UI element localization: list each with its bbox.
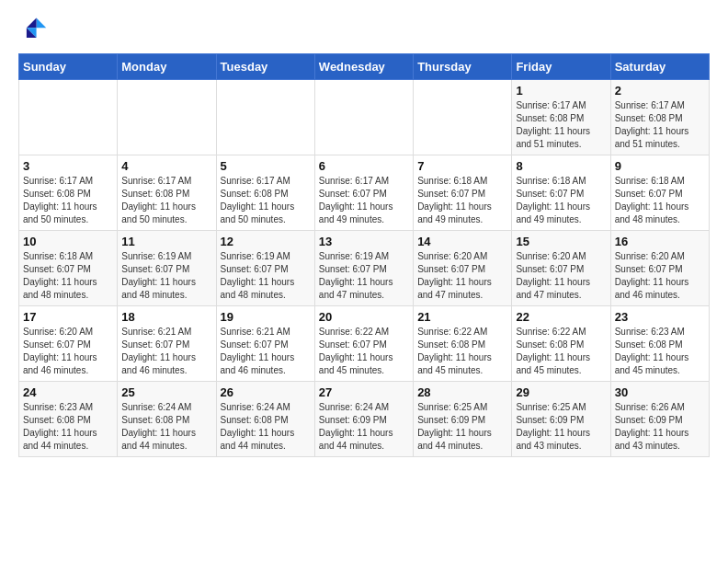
week-row-3: 17Sunrise: 6:20 AM Sunset: 6:07 PM Dayli… bbox=[19, 306, 710, 382]
calendar-cell: 17Sunrise: 6:20 AM Sunset: 6:07 PM Dayli… bbox=[19, 306, 118, 382]
day-info: Sunrise: 6:17 AM Sunset: 6:08 PM Dayligh… bbox=[121, 175, 211, 226]
week-row-1: 3Sunrise: 6:17 AM Sunset: 6:08 PM Daylig… bbox=[19, 155, 710, 231]
weekday-header-friday: Friday bbox=[512, 54, 610, 80]
calendar-cell: 7Sunrise: 6:18 AM Sunset: 6:07 PM Daylig… bbox=[414, 155, 512, 231]
day-info: Sunrise: 6:23 AM Sunset: 6:08 PM Dayligh… bbox=[23, 401, 113, 453]
day-number: 20 bbox=[319, 310, 409, 324]
day-number: 30 bbox=[615, 385, 705, 399]
day-number: 4 bbox=[121, 159, 211, 173]
day-number: 11 bbox=[121, 235, 211, 248]
day-info: Sunrise: 6:20 AM Sunset: 6:07 PM Dayligh… bbox=[516, 250, 606, 302]
day-number: 7 bbox=[417, 159, 507, 173]
logo-icon bbox=[18, 15, 48, 44]
day-info: Sunrise: 6:20 AM Sunset: 6:07 PM Dayligh… bbox=[23, 326, 113, 377]
calendar-cell: 2Sunrise: 6:17 AM Sunset: 6:08 PM Daylig… bbox=[610, 80, 709, 155]
calendar-cell bbox=[19, 80, 118, 155]
day-number: 13 bbox=[319, 235, 409, 248]
svg-marker-2 bbox=[27, 18, 37, 29]
calendar-cell: 21Sunrise: 6:22 AM Sunset: 6:08 PM Dayli… bbox=[414, 306, 512, 382]
day-number: 9 bbox=[615, 159, 705, 173]
calendar-cell bbox=[118, 80, 216, 155]
day-info: Sunrise: 6:17 AM Sunset: 6:07 PM Dayligh… bbox=[319, 175, 409, 226]
day-number: 29 bbox=[516, 385, 606, 399]
day-info: Sunrise: 6:18 AM Sunset: 6:07 PM Dayligh… bbox=[516, 175, 606, 226]
calendar-cell: 14Sunrise: 6:20 AM Sunset: 6:07 PM Dayli… bbox=[414, 231, 512, 306]
calendar-cell: 22Sunrise: 6:22 AM Sunset: 6:08 PM Dayli… bbox=[512, 306, 610, 382]
day-info: Sunrise: 6:24 AM Sunset: 6:08 PM Dayligh… bbox=[121, 401, 211, 453]
calendar-cell: 18Sunrise: 6:21 AM Sunset: 6:07 PM Dayli… bbox=[118, 306, 216, 382]
weekday-header-tuesday: Tuesday bbox=[216, 54, 314, 80]
calendar-cell: 29Sunrise: 6:25 AM Sunset: 6:09 PM Dayli… bbox=[512, 382, 610, 457]
day-number: 10 bbox=[23, 235, 113, 248]
day-info: Sunrise: 6:22 AM Sunset: 6:07 PM Dayligh… bbox=[319, 326, 409, 377]
day-number: 18 bbox=[121, 310, 211, 324]
day-info: Sunrise: 6:17 AM Sunset: 6:08 PM Dayligh… bbox=[516, 99, 606, 151]
week-row-0: 1Sunrise: 6:17 AM Sunset: 6:08 PM Daylig… bbox=[19, 80, 710, 155]
day-number: 5 bbox=[221, 159, 311, 173]
day-info: Sunrise: 6:18 AM Sunset: 6:07 PM Dayligh… bbox=[417, 175, 507, 226]
calendar-cell: 5Sunrise: 6:17 AM Sunset: 6:08 PM Daylig… bbox=[216, 155, 314, 231]
week-row-2: 10Sunrise: 6:18 AM Sunset: 6:07 PM Dayli… bbox=[19, 231, 710, 306]
day-number: 25 bbox=[121, 385, 211, 399]
day-number: 14 bbox=[417, 235, 507, 248]
weekday-header-row: SundayMondayTuesdayWednesdayThursdayFrid… bbox=[19, 54, 710, 80]
calendar-cell bbox=[414, 80, 512, 155]
calendar-cell: 25Sunrise: 6:24 AM Sunset: 6:08 PM Dayli… bbox=[118, 382, 216, 457]
day-info: Sunrise: 6:21 AM Sunset: 6:07 PM Dayligh… bbox=[121, 326, 211, 377]
day-info: Sunrise: 6:24 AM Sunset: 6:09 PM Dayligh… bbox=[319, 401, 409, 453]
day-number: 1 bbox=[516, 84, 606, 98]
day-number: 15 bbox=[516, 235, 606, 248]
day-info: Sunrise: 6:20 AM Sunset: 6:07 PM Dayligh… bbox=[417, 250, 507, 302]
day-number: 3 bbox=[23, 159, 113, 173]
day-number: 23 bbox=[615, 310, 705, 324]
day-number: 12 bbox=[221, 235, 311, 248]
day-info: Sunrise: 6:20 AM Sunset: 6:07 PM Dayligh… bbox=[615, 250, 705, 302]
day-info: Sunrise: 6:19 AM Sunset: 6:07 PM Dayligh… bbox=[121, 250, 211, 302]
day-number: 16 bbox=[615, 235, 705, 248]
header bbox=[18, 15, 710, 44]
day-info: Sunrise: 6:25 AM Sunset: 6:09 PM Dayligh… bbox=[516, 401, 606, 453]
day-number: 24 bbox=[23, 385, 113, 399]
calendar-cell: 11Sunrise: 6:19 AM Sunset: 6:07 PM Dayli… bbox=[118, 231, 216, 306]
weekday-header-saturday: Saturday bbox=[610, 54, 709, 80]
calendar-cell: 28Sunrise: 6:25 AM Sunset: 6:09 PM Dayli… bbox=[414, 382, 512, 457]
day-info: Sunrise: 6:18 AM Sunset: 6:07 PM Dayligh… bbox=[615, 175, 705, 226]
day-info: Sunrise: 6:24 AM Sunset: 6:08 PM Dayligh… bbox=[221, 401, 311, 453]
weekday-header-thursday: Thursday bbox=[414, 54, 512, 80]
svg-marker-1 bbox=[37, 18, 47, 29]
day-info: Sunrise: 6:25 AM Sunset: 6:09 PM Dayligh… bbox=[417, 401, 507, 453]
calendar-cell bbox=[314, 80, 413, 155]
calendar-cell: 1Sunrise: 6:17 AM Sunset: 6:08 PM Daylig… bbox=[512, 80, 610, 155]
day-info: Sunrise: 6:19 AM Sunset: 6:07 PM Dayligh… bbox=[221, 250, 311, 302]
day-info: Sunrise: 6:22 AM Sunset: 6:08 PM Dayligh… bbox=[417, 326, 507, 377]
day-info: Sunrise: 6:22 AM Sunset: 6:08 PM Dayligh… bbox=[516, 326, 606, 377]
calendar-cell: 6Sunrise: 6:17 AM Sunset: 6:07 PM Daylig… bbox=[314, 155, 413, 231]
calendar-cell: 3Sunrise: 6:17 AM Sunset: 6:08 PM Daylig… bbox=[19, 155, 118, 231]
calendar-cell: 30Sunrise: 6:26 AM Sunset: 6:09 PM Dayli… bbox=[610, 382, 709, 457]
weekday-header-sunday: Sunday bbox=[19, 54, 118, 80]
day-info: Sunrise: 6:26 AM Sunset: 6:09 PM Dayligh… bbox=[615, 401, 705, 453]
weekday-header-wednesday: Wednesday bbox=[314, 54, 413, 80]
calendar-table: SundayMondayTuesdayWednesdayThursdayFrid… bbox=[18, 53, 710, 457]
day-number: 21 bbox=[417, 310, 507, 324]
calendar-cell: 27Sunrise: 6:24 AM Sunset: 6:09 PM Dayli… bbox=[314, 382, 413, 457]
calendar-cell: 24Sunrise: 6:23 AM Sunset: 6:08 PM Dayli… bbox=[19, 382, 118, 457]
day-number: 17 bbox=[23, 310, 113, 324]
calendar-cell: 26Sunrise: 6:24 AM Sunset: 6:08 PM Dayli… bbox=[216, 382, 314, 457]
day-number: 26 bbox=[221, 385, 311, 399]
calendar-cell: 19Sunrise: 6:21 AM Sunset: 6:07 PM Dayli… bbox=[216, 306, 314, 382]
day-info: Sunrise: 6:23 AM Sunset: 6:08 PM Dayligh… bbox=[615, 326, 705, 377]
calendar-cell: 20Sunrise: 6:22 AM Sunset: 6:07 PM Dayli… bbox=[314, 306, 413, 382]
week-row-4: 24Sunrise: 6:23 AM Sunset: 6:08 PM Dayli… bbox=[19, 382, 710, 457]
calendar-cell: 4Sunrise: 6:17 AM Sunset: 6:08 PM Daylig… bbox=[118, 155, 216, 231]
day-number: 19 bbox=[221, 310, 311, 324]
day-info: Sunrise: 6:19 AM Sunset: 6:07 PM Dayligh… bbox=[319, 250, 409, 302]
calendar-cell: 13Sunrise: 6:19 AM Sunset: 6:07 PM Dayli… bbox=[314, 231, 413, 306]
calendar-cell: 23Sunrise: 6:23 AM Sunset: 6:08 PM Dayli… bbox=[610, 306, 709, 382]
calendar-cell: 8Sunrise: 6:18 AM Sunset: 6:07 PM Daylig… bbox=[512, 155, 610, 231]
calendar-cell: 16Sunrise: 6:20 AM Sunset: 6:07 PM Dayli… bbox=[610, 231, 709, 306]
day-info: Sunrise: 6:17 AM Sunset: 6:08 PM Dayligh… bbox=[23, 175, 113, 226]
calendar-cell: 9Sunrise: 6:18 AM Sunset: 6:07 PM Daylig… bbox=[610, 155, 709, 231]
weekday-header-monday: Monday bbox=[118, 54, 216, 80]
day-number: 2 bbox=[615, 84, 705, 98]
